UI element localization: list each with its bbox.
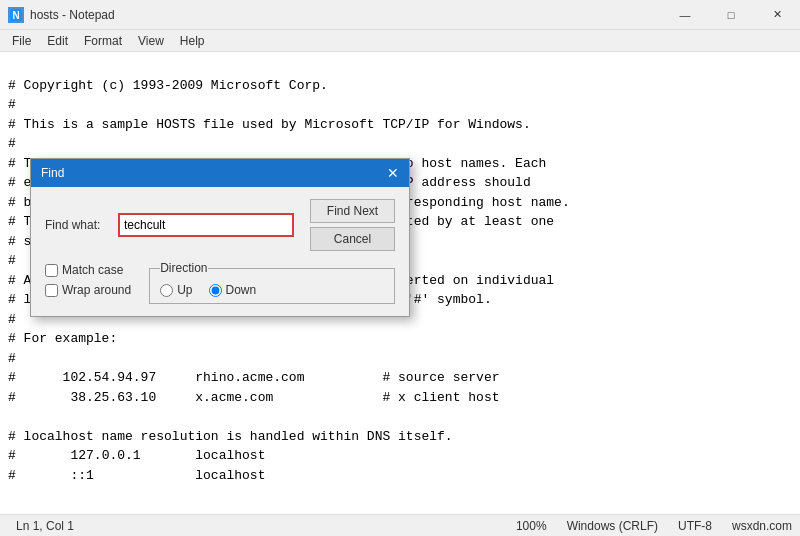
menu-format[interactable]: Format (76, 32, 130, 50)
menu-view[interactable]: View (130, 32, 172, 50)
direction-up-label: Up (177, 283, 192, 297)
status-bar: Ln 1, Col 1 100% Windows (CRLF) UTF-8 ws… (0, 514, 800, 536)
wrap-around-label: Wrap around (62, 283, 131, 297)
find-close-button[interactable]: ✕ (383, 163, 403, 183)
encoding: UTF-8 (678, 519, 712, 533)
direction-down-label: Down (226, 283, 257, 297)
title-bar-left: N hosts - Notepad (8, 7, 115, 23)
find-options-row: Match case Wrap around Direction Up Do (45, 261, 395, 304)
wrap-around-row[interactable]: Wrap around (45, 283, 131, 297)
cancel-button[interactable]: Cancel (310, 227, 395, 251)
wrap-around-checkbox[interactable] (45, 284, 58, 297)
find-what-label: Find what: (45, 218, 110, 232)
direction-up-radio[interactable] (160, 284, 173, 297)
find-checkboxes: Match case Wrap around (45, 261, 131, 297)
menu-help[interactable]: Help (172, 32, 213, 50)
menu-bar: File Edit Format View Help (0, 30, 800, 52)
line-ending: Windows (CRLF) (567, 519, 658, 533)
close-button[interactable]: ✕ (754, 0, 800, 30)
app-icon: N (8, 7, 24, 23)
find-title-bar: Find ✕ (31, 159, 409, 187)
match-case-row[interactable]: Match case (45, 263, 131, 277)
direction-radios: Up Down (160, 283, 384, 297)
maximize-button[interactable]: □ (708, 0, 754, 30)
match-case-label: Match case (62, 263, 123, 277)
window-controls: — □ ✕ (662, 0, 800, 30)
brand: wsxdn.com (732, 519, 792, 533)
minimize-button[interactable]: — (662, 0, 708, 30)
direction-up-row[interactable]: Up (160, 283, 192, 297)
find-what-row: Find what: Find Next Cancel (45, 199, 395, 251)
menu-file[interactable]: File (4, 32, 39, 50)
cursor-position: Ln 1, Col 1 (16, 519, 74, 533)
find-dialog: Find ✕ Find what: Find Next Cancel Match… (30, 158, 410, 317)
direction-group: Direction Up Down (149, 261, 395, 304)
match-case-checkbox[interactable] (45, 264, 58, 277)
direction-legend: Direction (160, 261, 207, 275)
menu-edit[interactable]: Edit (39, 32, 76, 50)
zoom-level: 100% (516, 519, 547, 533)
direction-down-row[interactable]: Down (209, 283, 257, 297)
find-what-input[interactable] (118, 213, 294, 237)
find-body: Find what: Find Next Cancel Match case W… (31, 187, 409, 316)
svg-text:N: N (12, 10, 19, 21)
find-buttons: Find Next Cancel (310, 199, 395, 251)
window-title: hosts - Notepad (30, 8, 115, 22)
find-dialog-title: Find (41, 166, 64, 180)
title-bar: N hosts - Notepad — □ ✕ (0, 0, 800, 30)
direction-down-radio[interactable] (209, 284, 222, 297)
find-next-button[interactable]: Find Next (310, 199, 395, 223)
